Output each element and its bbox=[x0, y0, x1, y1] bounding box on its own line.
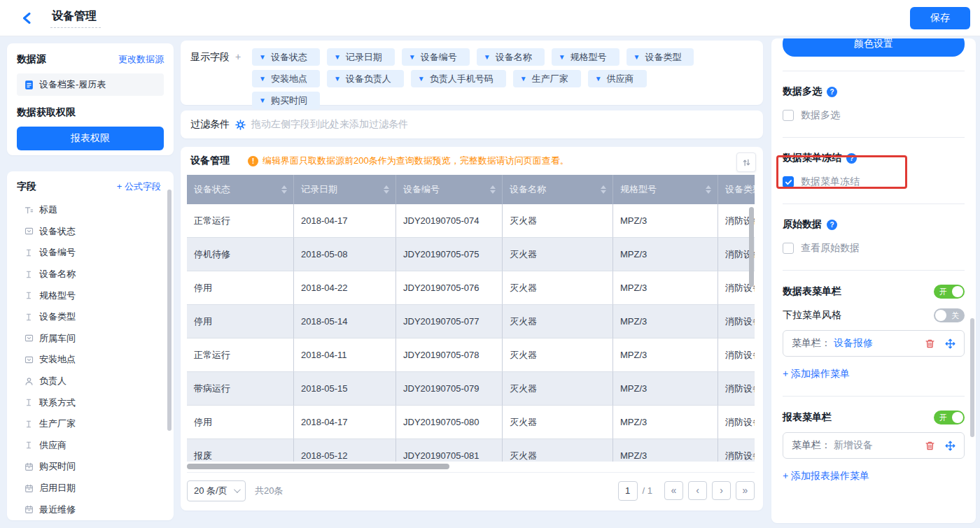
change-datasource-link[interactable]: 更改数据源 bbox=[118, 53, 164, 66]
move-icon[interactable] bbox=[944, 338, 955, 349]
prev-page-button[interactable]: ‹ bbox=[688, 481, 707, 500]
table-horizontal-scrollbar[interactable] bbox=[187, 464, 755, 469]
column-header[interactable]: 记录日期 bbox=[294, 175, 396, 204]
first-page-button[interactable]: « bbox=[664, 481, 683, 500]
field-item[interactable]: 购买时间 bbox=[17, 456, 167, 478]
delete-icon[interactable] bbox=[924, 338, 935, 349]
table-row[interactable]: 停机待修2018-05-08JDY20190705-075灭火器MPZ/3消防设… bbox=[187, 238, 755, 271]
help-icon[interactable]: ? bbox=[827, 87, 837, 97]
table-cell: 消防设备 bbox=[718, 372, 755, 406]
table-row[interactable]: 停用2018-04-22JDY20190705-076灭火器MPZ/3消防设备 bbox=[187, 271, 755, 305]
field-item[interactable]: 启用日期 bbox=[17, 478, 167, 499]
table-cell: JDY20190705-079 bbox=[396, 372, 503, 406]
display-field-tag[interactable]: ▼设备编号 bbox=[402, 48, 470, 66]
multi-select-checkbox[interactable]: 数据多选 bbox=[783, 109, 965, 122]
column-header[interactable]: 设备名称 bbox=[503, 175, 613, 204]
display-field-tag[interactable]: ▼规格型号 bbox=[552, 48, 620, 66]
field-item[interactable]: 负责人 bbox=[17, 371, 167, 392]
field-item[interactable]: 安装地点 bbox=[17, 349, 167, 371]
table-row[interactable]: 停用2018-04-17JDY20190705-080灭火器MPZ/3消防设备 bbox=[187, 406, 755, 439]
display-field-tag[interactable]: ▼供应商 bbox=[588, 70, 647, 87]
gear-icon[interactable] bbox=[235, 120, 246, 130]
table-menu-title: 数据表菜单栏 bbox=[783, 285, 841, 298]
display-field-tag[interactable]: ▼负责人手机号码 bbox=[411, 70, 506, 87]
last-page-button[interactable]: » bbox=[736, 481, 755, 500]
table-cell: 停用 bbox=[187, 406, 294, 439]
field-item[interactable]: 最近维修 bbox=[17, 499, 167, 520]
display-field-tag[interactable]: ▼购买时间 bbox=[252, 92, 320, 109]
color-settings-button[interactable]: 颜色设置 bbox=[783, 38, 965, 57]
datasource-item[interactable]: 设备档案-履历表 bbox=[17, 73, 164, 96]
add-display-field-button[interactable]: + bbox=[235, 51, 241, 62]
checkbox-unchecked[interactable] bbox=[783, 110, 794, 121]
column-header[interactable]: 设备类型 bbox=[718, 175, 755, 204]
column-sort-icon[interactable] bbox=[281, 185, 287, 194]
display-field-tag[interactable]: ▼设备类型 bbox=[626, 48, 694, 66]
column-header[interactable]: 设备编号 bbox=[396, 175, 503, 204]
fields-scrollbar[interactable] bbox=[167, 190, 172, 431]
next-page-button[interactable]: › bbox=[712, 481, 731, 500]
table-vertical-scrollbar[interactable] bbox=[749, 207, 754, 287]
column-sort-icon[interactable] bbox=[601, 185, 606, 194]
field-item-label: 标题 bbox=[39, 204, 57, 216]
display-field-tag[interactable]: ▼记录日期 bbox=[327, 48, 395, 66]
page-number-input[interactable] bbox=[618, 481, 638, 501]
raw-data-checkbox[interactable]: 查看原始数据 bbox=[783, 242, 965, 255]
table-cell: JDY20190705-078 bbox=[396, 338, 503, 372]
move-icon[interactable] bbox=[944, 440, 955, 451]
permission-title: 数据获取权限 bbox=[17, 106, 164, 119]
table-cell: 灭火器 bbox=[503, 372, 613, 406]
back-button[interactable] bbox=[18, 10, 35, 27]
menu-freeze-checkbox[interactable]: 数据菜单冻结 bbox=[783, 176, 965, 188]
display-field-tag[interactable]: ▼生产厂家 bbox=[513, 70, 581, 87]
table-row[interactable]: 正常运行2018-04-17JDY20190705-074灭火器MPZ/3消防设… bbox=[187, 204, 755, 238]
column-sort-icon[interactable] bbox=[706, 185, 711, 194]
field-item[interactable]: 规格型号 bbox=[17, 285, 167, 306]
column-sort-icon[interactable] bbox=[384, 185, 389, 194]
table-row[interactable]: 停用2018-05-14JDY20190705-077灭火器MPZ/3消防设备 bbox=[187, 305, 755, 338]
display-field-tag[interactable]: ▼设备状态 bbox=[252, 48, 320, 66]
checkbox-checked[interactable] bbox=[783, 176, 794, 187]
add-formula-field-link[interactable]: + 公式字段 bbox=[117, 180, 161, 193]
field-item[interactable]: 设备编号 bbox=[17, 242, 167, 264]
sort-order-button[interactable] bbox=[736, 152, 756, 172]
table-row[interactable]: 带病运行2018-05-15JDY20190705-079灭火器MPZ/3消防设… bbox=[187, 372, 755, 406]
field-item[interactable]: 标题 bbox=[17, 199, 167, 221]
help-icon[interactable]: ? bbox=[846, 153, 857, 164]
table-cell: 灭火器 bbox=[503, 406, 613, 439]
field-item[interactable]: 所属车间 bbox=[17, 328, 167, 350]
field-item[interactable]: 供应商 bbox=[17, 435, 167, 457]
display-field-tag[interactable]: ▼设备负责人 bbox=[327, 70, 404, 87]
column-header[interactable]: 设备状态 bbox=[187, 175, 294, 204]
help-icon[interactable]: ? bbox=[827, 220, 837, 230]
save-button[interactable]: 保存 bbox=[910, 7, 970, 29]
settings-scrollbar[interactable] bbox=[970, 318, 974, 437]
field-item[interactable]: 设备类型 bbox=[17, 306, 167, 328]
column-header[interactable]: 规格型号 bbox=[613, 175, 718, 204]
table-row[interactable]: 报废2018-05-12JDY20190705-081灭火器MPZ/3消防设备 bbox=[187, 439, 755, 462]
display-field-tag[interactable]: ▼设备名称 bbox=[477, 48, 545, 66]
field-item[interactable]: 设备状态 bbox=[17, 221, 167, 243]
add-action-menu-link[interactable]: + 添加操作菜单 bbox=[783, 368, 850, 380]
report-menu-item-value[interactable]: 新增设备 bbox=[834, 439, 873, 452]
table-row[interactable]: 正常运行2018-04-11JDY20190705-078灭火器MPZ/3消防设… bbox=[187, 338, 755, 372]
report-permission-button[interactable]: 报表权限 bbox=[17, 127, 164, 150]
table-body: 正常运行2018-04-17JDY20190705-074灭火器MPZ/3消防设… bbox=[187, 204, 755, 462]
column-sort-icon[interactable] bbox=[490, 185, 496, 194]
field-item[interactable]: 生产厂家 bbox=[17, 413, 167, 435]
field-item[interactable]: 联系方式 bbox=[17, 392, 167, 413]
add-report-action-menu-link[interactable]: + 添加报表操作菜单 bbox=[783, 470, 869, 483]
delete-icon[interactable] bbox=[924, 440, 935, 451]
page-title[interactable]: 设备管理 bbox=[50, 8, 101, 28]
table-menu-item-value[interactable]: 设备报修 bbox=[834, 337, 873, 350]
page-size-select[interactable]: 20 条/页 bbox=[187, 480, 246, 501]
field-item-label: 规格型号 bbox=[39, 290, 76, 302]
dropdown-style-toggle-off[interactable]: 关 bbox=[934, 308, 965, 322]
display-field-tag[interactable]: ▼安装地点 bbox=[252, 70, 320, 87]
report-menu-item[interactable]: 菜单栏： 新增设备 bbox=[783, 432, 965, 459]
table-menu-toggle-on[interactable]: 开 bbox=[934, 285, 965, 299]
field-item[interactable]: 设备名称 bbox=[17, 264, 167, 285]
checkbox-unchecked[interactable] bbox=[783, 243, 794, 254]
report-menu-toggle-on[interactable]: 开 bbox=[934, 411, 965, 424]
table-menu-item[interactable]: 菜单栏： 设备报修 bbox=[783, 330, 965, 357]
